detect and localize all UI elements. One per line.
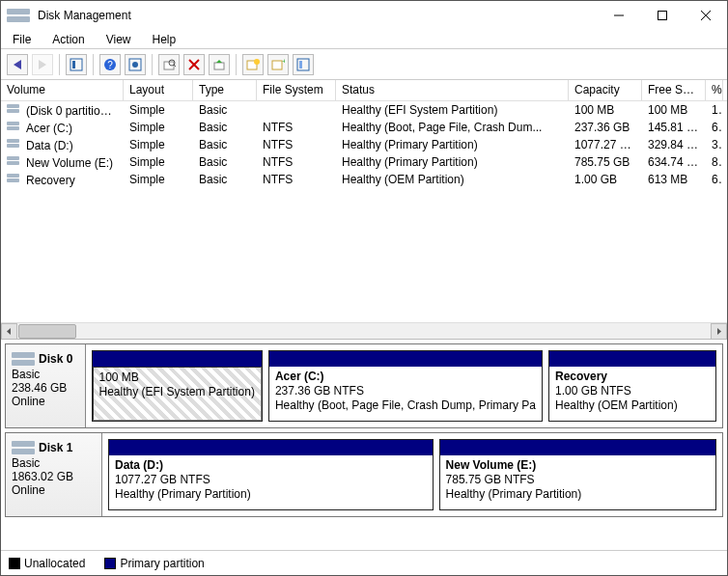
wizard-button[interactable]: +	[267, 54, 289, 75]
svg-text:?: ?	[107, 60, 113, 70]
row-fs: NTFS	[257, 152, 336, 172]
row-free: 634.74 GB	[642, 152, 706, 172]
minimize-button[interactable]	[597, 1, 640, 30]
row-volume: (Disk 0 partition 1)	[26, 104, 120, 118]
disk-label: Disk 0	[39, 352, 72, 366]
row-volume: Data (D:)	[26, 139, 73, 152]
disk-icon	[12, 439, 37, 456]
col-type[interactable]: Type	[193, 80, 257, 100]
format-button[interactable]	[209, 54, 230, 75]
row-layout: Simple	[124, 135, 193, 154]
volume-icon	[7, 139, 22, 151]
row-capacity: 785.75 GB	[569, 152, 642, 172]
col-filesystem[interactable]: File System	[257, 80, 336, 100]
svg-point-17	[254, 59, 260, 65]
row-type: Basic	[193, 135, 257, 154]
row-volume: Recovery	[26, 174, 75, 187]
table-row[interactable]: (Disk 0 partition 1)SimpleBasicHealthy (…	[1, 101, 727, 119]
row-status: Healthy (Primary Partition)	[336, 135, 569, 154]
titlebar[interactable]: Disk Management	[1, 1, 727, 30]
menu-file[interactable]: File	[11, 31, 33, 48]
partition-status: Healthy (OEM Partition)	[555, 398, 710, 413]
partition[interactable]: Recovery1.00 GB NTFSHealthy (OEM Partiti…	[548, 350, 716, 422]
row-fs: NTFS	[257, 135, 336, 154]
app-icon	[7, 7, 32, 24]
row-volume: New Volume (E:)	[26, 156, 113, 170]
back-button[interactable]	[7, 54, 28, 75]
col-percent[interactable]: %	[706, 80, 723, 100]
row-status: Healthy (Boot, Page File, Crash Dum...	[336, 118, 569, 137]
partition[interactable]: 100 MBHealthy (EFI System Partition)	[92, 350, 263, 422]
partition-header	[93, 351, 262, 367]
disk-type: Basic	[12, 456, 96, 470]
menu-help[interactable]: Help	[151, 31, 179, 48]
toolbar: ? +	[1, 49, 727, 80]
volume-icon	[7, 174, 22, 185]
partition-header	[109, 440, 433, 455]
close-button[interactable]	[684, 1, 727, 30]
menu-action[interactable]: Action	[50, 31, 86, 48]
legend-unallocated-label: Unallocated	[24, 557, 85, 570]
menu-view[interactable]: View	[104, 31, 133, 48]
partition[interactable]: Acer (C:)237.36 GB NTFSHealthy (Boot, Pa…	[268, 350, 543, 422]
row-fs: NTFS	[257, 118, 336, 137]
table-row[interactable]: RecoverySimpleBasicNTFSHealthy (OEM Part…	[1, 171, 727, 188]
row-type: Basic	[193, 170, 257, 189]
table-row[interactable]: Data (D:)SimpleBasicNTFSHealthy (Primary…	[1, 136, 727, 153]
scroll-right-button[interactable]	[711, 323, 727, 340]
col-capacity[interactable]: Capacity	[569, 80, 642, 100]
partition-name: Acer (C:)	[275, 370, 536, 384]
horizontal-scrollbar[interactable]	[1, 322, 727, 339]
partition-name: New Volume (E:)	[446, 458, 710, 473]
disk-label: Disk 1	[39, 441, 72, 454]
row-type: Basic	[193, 118, 257, 137]
row-status: Healthy (Primary Partition)	[336, 152, 569, 172]
disk-info[interactable]: Disk 0Basic238.46 GBOnline	[6, 344, 86, 427]
row-capacity: 1077.27 GB	[569, 135, 642, 154]
disk-info[interactable]: Disk 1Basic1863.02 GBOnline	[6, 433, 102, 516]
row-free: 145.81 GB	[642, 118, 706, 137]
volume-icon	[7, 156, 22, 168]
row-type: Basic	[193, 152, 257, 172]
partition[interactable]: Data (D:)1077.27 GB NTFSHealthy (Primary…	[108, 439, 434, 510]
window: Disk Management File Action View Help ? …	[0, 0, 728, 576]
show-tree-button[interactable]	[66, 54, 87, 75]
svg-rect-1	[658, 12, 666, 20]
settings-button[interactable]	[125, 54, 146, 75]
partition[interactable]: New Volume (E:)785.75 GB NTFSHealthy (Pr…	[439, 439, 716, 510]
delete-button[interactable]	[183, 54, 205, 75]
row-layout: Simple	[124, 170, 193, 189]
col-layout[interactable]: Layout	[124, 80, 193, 100]
help-button[interactable]: ?	[99, 54, 121, 75]
scroll-left-button[interactable]	[1, 323, 17, 340]
svg-point-9	[132, 62, 138, 68]
table-row[interactable]: Acer (C:)SimpleBasicNTFSHealthy (Boot, P…	[1, 119, 727, 136]
legend-unallocated-swatch	[9, 558, 20, 569]
col-volume[interactable]: Volume	[1, 80, 124, 100]
col-status[interactable]: Status	[336, 80, 569, 100]
partition-name: Recovery	[555, 370, 710, 384]
refresh-button[interactable]	[293, 54, 314, 75]
row-free: 329.84 GB	[642, 135, 706, 154]
partition-size: 1077.27 GB NTFS	[115, 473, 427, 487]
forward-button	[32, 54, 53, 75]
list-body[interactable]: (Disk 0 partition 1)SimpleBasicHealthy (…	[1, 101, 727, 322]
partition-header	[549, 351, 715, 367]
svg-rect-18	[272, 61, 282, 69]
partition-status: Healthy (Primary Partition)	[446, 487, 710, 502]
row-capacity: 1.00 GB	[569, 170, 642, 189]
scroll-thumb[interactable]	[18, 324, 76, 339]
row-capacity: 237.36 GB	[569, 118, 642, 137]
disk-size: 238.46 GB	[12, 381, 79, 395]
row-fs: NTFS	[257, 170, 336, 189]
col-freespace[interactable]: Free Spa...	[642, 80, 706, 100]
svg-rect-4	[70, 59, 82, 70]
partition-size: 237.36 GB NTFS	[275, 384, 536, 398]
legend-primary-label: Primary partition	[120, 557, 204, 570]
svg-rect-21	[299, 61, 302, 69]
disk-size: 1863.02 GB	[12, 470, 96, 483]
table-row[interactable]: New Volume (E:)SimpleBasicNTFSHealthy (P…	[1, 153, 727, 171]
maximize-button[interactable]	[640, 1, 684, 30]
new-volume-button[interactable]	[242, 54, 264, 75]
properties-button[interactable]	[158, 54, 180, 75]
